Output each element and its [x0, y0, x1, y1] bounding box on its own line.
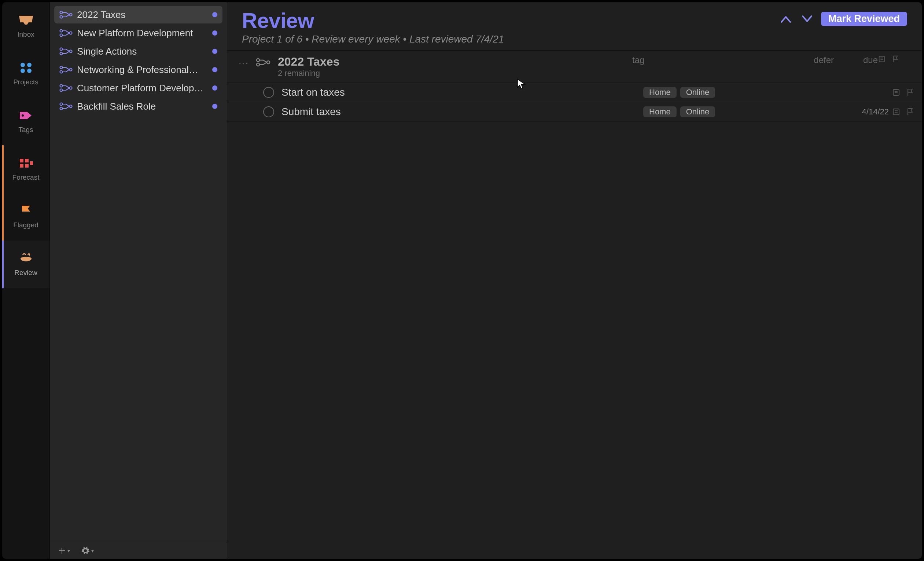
sidebar-item-project[interactable]: Customer Platform Develop…: [54, 79, 222, 97]
rail-label: Inbox: [17, 30, 34, 39]
tag-chip[interactable]: Home: [643, 106, 676, 117]
svg-point-15: [70, 32, 72, 35]
svg-point-0: [21, 63, 25, 67]
svg-point-28: [256, 59, 260, 62]
svg-point-18: [70, 50, 72, 53]
svg-point-20: [60, 71, 63, 73]
project-remaining: 2 remaining: [278, 69, 625, 78]
review-header: Review Project 1 of 6 • Review every wee…: [227, 2, 922, 51]
sidebar-item-project[interactable]: Single Actions: [54, 42, 222, 60]
forecast-icon: [18, 156, 34, 170]
rail-tab-flagged[interactable]: Flagged: [2, 193, 50, 241]
rail-tab-forecast[interactable]: Forecast: [2, 145, 50, 193]
project-icon: [59, 47, 73, 56]
add-button[interactable]: ▾: [58, 547, 70, 555]
sidebar-item-project[interactable]: 2022 Taxes: [54, 6, 222, 24]
svg-rect-8: [25, 164, 28, 168]
task-name[interactable]: Start on taxes: [282, 87, 643, 98]
svg-point-14: [60, 34, 63, 37]
rail-label: Flagged: [13, 221, 39, 229]
flag-icon[interactable]: [906, 107, 915, 116]
sidebar-item-label: Customer Platform Develop…: [77, 83, 208, 94]
flag-column-icon: [891, 55, 900, 63]
project-header-row: ⋯ 2022 Taxes 2 remaining tag defer due: [227, 51, 922, 83]
note-icon[interactable]: [892, 88, 900, 97]
project-list: 2022 TaxesNew Platform DevelopmentSingle…: [50, 2, 227, 542]
review-dot-icon: [212, 30, 218, 36]
svg-point-4: [22, 114, 24, 117]
task-name[interactable]: Submit taxes: [282, 106, 643, 118]
sidebar-item-project[interactable]: Networking & Professional…: [54, 61, 222, 78]
project-icon: [59, 66, 73, 74]
project-icon: [59, 102, 73, 110]
review-dot-icon: [212, 49, 218, 54]
flag-icon[interactable]: [906, 88, 915, 97]
svg-point-25: [60, 103, 63, 105]
task-row[interactable]: Submit taxesHomeOnline4/14/22: [227, 102, 922, 122]
rail-tab-inbox[interactable]: Inbox: [2, 2, 50, 50]
sidebar-item-label: Single Actions: [77, 46, 208, 57]
note-icon[interactable]: [892, 107, 900, 116]
task-list: Start on taxesHomeOnlineSubmit taxesHome…: [227, 83, 922, 122]
svg-point-16: [60, 48, 63, 51]
svg-point-23: [60, 89, 63, 92]
rail-tab-review[interactable]: Review: [2, 241, 50, 288]
column-header-defer: defer: [786, 55, 834, 65]
svg-point-1: [27, 63, 32, 67]
rail-label: Review: [14, 269, 37, 277]
review-dot-icon: [212, 104, 218, 109]
svg-point-13: [60, 30, 63, 32]
task-checkbox[interactable]: [263, 106, 274, 117]
svg-rect-7: [20, 164, 24, 168]
project-icon: [59, 84, 73, 92]
sidebar-item-project[interactable]: New Platform Development: [54, 24, 222, 42]
task-row-icons: [889, 88, 915, 97]
task-checkbox[interactable]: [263, 87, 274, 98]
project-icon: [256, 55, 270, 67]
next-project-button[interactable]: [800, 12, 814, 26]
flagged-icon: [18, 204, 34, 217]
review-dot-icon: [212, 86, 218, 90]
column-header-due: due: [834, 55, 878, 65]
svg-point-12: [70, 14, 72, 16]
svg-point-22: [60, 85, 63, 87]
mark-reviewed-button[interactable]: Mark Reviewed: [821, 12, 907, 26]
svg-point-19: [60, 66, 63, 69]
svg-rect-5: [20, 159, 24, 162]
settings-button[interactable]: ▾: [81, 546, 94, 555]
sidebar-item-project[interactable]: Backfill Sales Role: [54, 98, 222, 115]
tag-chip[interactable]: Online: [680, 87, 716, 98]
sidebar-item-label: 2022 Taxes: [77, 9, 208, 21]
svg-point-24: [70, 87, 72, 89]
rail-tab-tags[interactable]: Tags: [2, 98, 50, 145]
project-icon: [59, 11, 73, 19]
prev-project-button[interactable]: [778, 12, 793, 26]
task-row-icons: [889, 107, 915, 116]
svg-point-21: [70, 69, 72, 71]
task-due[interactable]: 4/14/22: [845, 107, 889, 117]
svg-point-29: [256, 63, 260, 66]
column-header-tag: tag: [632, 55, 786, 65]
review-subtitle: Project 1 of 6 • Review every week • Las…: [242, 33, 771, 45]
sidebar-footer: ▾ ▾: [50, 542, 227, 559]
tag-chip[interactable]: Home: [643, 87, 676, 98]
chevron-down-icon: ▾: [68, 548, 70, 553]
page-title: Review: [242, 8, 771, 33]
project-title[interactable]: 2022 Taxes: [278, 55, 625, 69]
sidebar-item-label: Backfill Sales Role: [77, 101, 208, 112]
project-icon: [59, 29, 73, 37]
rail-label: Forecast: [12, 173, 40, 182]
chevron-down-icon: ▾: [91, 548, 94, 553]
task-tags: HomeOnline: [643, 87, 797, 98]
sidebar-item-label: Networking & Professional…: [77, 64, 208, 75]
svg-point-10: [60, 11, 63, 14]
tag-chip[interactable]: Online: [680, 106, 716, 117]
review-dot-icon: [212, 12, 218, 17]
svg-point-30: [267, 61, 270, 64]
inbox-icon: [18, 14, 34, 27]
rail-tab-projects[interactable]: Projects: [2, 50, 50, 98]
drag-handle-icon[interactable]: ⋯: [238, 55, 249, 69]
review-icon: [18, 252, 34, 265]
task-row[interactable]: Start on taxesHomeOnline: [227, 83, 922, 102]
project-sidebar: 2022 TaxesNew Platform DevelopmentSingle…: [50, 2, 227, 559]
